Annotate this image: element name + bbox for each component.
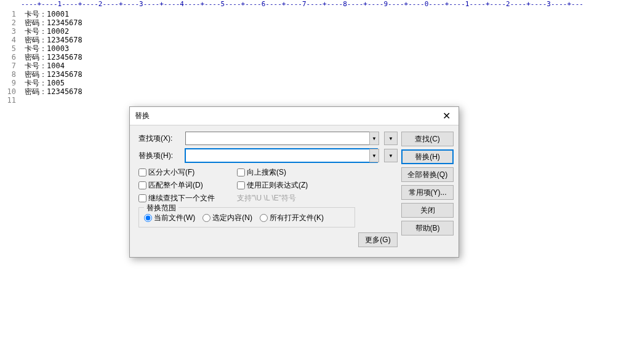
scope-all-open-label: 所有打开文件(K) — [270, 213, 324, 223]
close-button[interactable]: ✕ — [434, 108, 459, 125]
case-sensitive-checkbox[interactable]: 区分大小写(F) — [138, 167, 237, 178]
continue-next-file-label: 继续查找下一个文件 — [148, 193, 215, 204]
line-number: 4 — [0, 36, 16, 44]
code-line[interactable]: 密码：12345678 — [25, 53, 82, 61]
continue-next-file-checkbox[interactable]: 继续查找下一个文件 — [138, 193, 237, 204]
scope-all-open-radio[interactable]: 所有打开文件(K) — [260, 213, 324, 223]
case-sensitive-label: 区分大小写(F) — [148, 167, 194, 178]
chevron-down-icon: ▼ — [372, 136, 377, 141]
replace-history-button[interactable]: ▼ — [384, 149, 398, 162]
line-number: 8 — [0, 70, 16, 79]
help-button[interactable]: 帮助(B) — [401, 221, 454, 235]
line-number: 9 — [0, 79, 16, 87]
whole-word-checkbox[interactable]: 匹配整个单词(D) — [138, 180, 237, 191]
replace-label: 替换项(H): — [138, 151, 183, 161]
close-dialog-button[interactable]: 关闭 — [401, 203, 454, 218]
use-regex-checkbox[interactable]: 使用正则表达式(Z) — [237, 180, 398, 191]
search-up-label: 向上搜索(S) — [247, 167, 286, 178]
scope-selection-radio[interactable]: 选定内容(N) — [202, 213, 252, 223]
replace-button[interactable]: 替换(H) — [401, 149, 454, 164]
line-number: 1 — [0, 10, 16, 18]
find-label: 查找项(X): — [138, 133, 183, 144]
replace-scope-group: 替换范围 当前文件(W) 选定内容(N) 所有打开文件(K) — [138, 207, 355, 228]
line-number: 10 — [0, 87, 16, 96]
code-line[interactable]: 卡号：1004 — [25, 61, 82, 70]
line-number: 11 — [0, 96, 16, 105]
common-items-button[interactable]: 常用项(Y)... — [401, 185, 454, 200]
line-number: 6 — [0, 53, 16, 61]
replace-all-button[interactable]: 全部替换(Q) — [401, 167, 454, 182]
replace-input[interactable] — [185, 149, 377, 162]
find-history-button[interactable]: ▼ — [384, 132, 398, 145]
use-regex-label: 使用正则表达式(Z) — [247, 180, 308, 191]
scope-selection-label: 选定内容(N) — [212, 213, 252, 223]
code-line[interactable] — [25, 96, 82, 105]
dialog-title: 替换 — [135, 111, 150, 121]
dialog-titlebar[interactable]: 替换 ✕ — [130, 107, 459, 125]
find-dropdown-arrow[interactable]: ▼ — [369, 132, 379, 145]
regex-hint: 支持"\U \L \E"符号 — [237, 193, 398, 204]
replace-scope-title: 替换范围 — [144, 203, 178, 213]
scope-current-file-radio[interactable]: 当前文件(W) — [144, 213, 195, 223]
column-ruler: ----+----1----+----2----+----3----+----4… — [0, 0, 621, 10]
dialog-body: 查找项(X): ▼ ▼ 替换项(H): ▼ ▼ 区分大小写(F) 向上搜索(S) — [130, 125, 459, 252]
code-line[interactable]: 密码：12345678 — [25, 70, 82, 79]
chevron-down-icon: ▼ — [388, 153, 393, 159]
code-line[interactable]: 卡号：10001 — [25, 10, 82, 18]
scope-current-file-label: 当前文件(W) — [154, 213, 195, 223]
line-number: 5 — [0, 44, 16, 53]
code-line[interactable]: 密码：12345678 — [25, 36, 82, 44]
line-number: 3 — [0, 27, 16, 36]
code-line[interactable]: 密码：12345678 — [25, 18, 82, 27]
whole-word-label: 匹配整个单词(D) — [148, 180, 203, 191]
find-input[interactable] — [185, 132, 377, 145]
chevron-down-icon: ▼ — [372, 153, 377, 159]
code-line[interactable]: 密码：12345678 — [25, 87, 82, 96]
replace-dropdown-arrow[interactable]: ▼ — [369, 149, 379, 162]
more-button[interactable]: 更多(G) — [358, 232, 398, 247]
close-icon: ✕ — [443, 110, 451, 122]
code-line[interactable]: 卡号：1005 — [25, 79, 82, 87]
search-up-checkbox[interactable]: 向上搜索(S) — [237, 167, 398, 178]
editor-area: 1234567891011 卡号：10001密码：12345678卡号：1000… — [0, 10, 621, 105]
line-number: 2 — [0, 18, 16, 27]
line-number: 7 — [0, 61, 16, 70]
chevron-down-icon: ▼ — [388, 136, 393, 141]
code-line[interactable]: 卡号：10003 — [25, 44, 82, 53]
code-content[interactable]: 卡号：10001密码：12345678卡号：10002密码：12345678卡号… — [18, 10, 82, 105]
line-number-gutter: 1234567891011 — [0, 10, 18, 105]
find-button[interactable]: 查找(C) — [401, 132, 454, 146]
code-line[interactable]: 卡号：10002 — [25, 27, 82, 36]
replace-dialog: 替换 ✕ 查找项(X): ▼ ▼ 替换项(H): ▼ ▼ 区分大 — [129, 106, 459, 258]
